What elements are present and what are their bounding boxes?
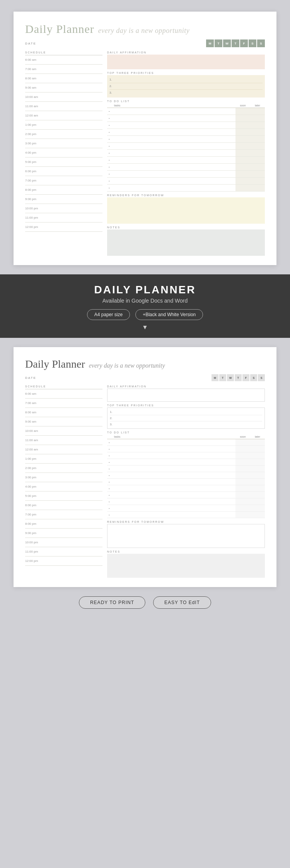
- priorities-section-2: TOP THREE PRIORITIES 1. 2. 3.: [107, 404, 265, 429]
- todo-later[interactable]: [250, 150, 265, 157]
- banner-arrow: ▼: [142, 324, 148, 331]
- todo2-soon[interactable]: [235, 446, 250, 452]
- todo2-task[interactable]: [113, 472, 235, 479]
- todo2-soon[interactable]: [235, 485, 250, 492]
- todo-task[interactable]: [113, 171, 235, 178]
- todo2-later[interactable]: [250, 472, 265, 479]
- priority-2: 2.: [109, 83, 263, 90]
- todo-later[interactable]: [250, 164, 265, 171]
- todo2-later[interactable]: [250, 459, 265, 466]
- affirmation-box-1[interactable]: [107, 55, 265, 69]
- todo2-soon[interactable]: [235, 439, 250, 446]
- reminders-box-1[interactable]: [107, 197, 265, 224]
- todo2-task[interactable]: [113, 466, 235, 472]
- todo-task[interactable]: [113, 164, 235, 171]
- todo2-later[interactable]: [250, 452, 265, 459]
- priority-1: 1.: [109, 77, 263, 83]
- todo2-later[interactable]: [250, 446, 265, 452]
- todo2-soon[interactable]: [235, 505, 250, 512]
- todo-task[interactable]: [113, 108, 235, 115]
- todo-soon[interactable]: [235, 178, 250, 185]
- todo-later[interactable]: [250, 143, 265, 150]
- todo-later[interactable]: [250, 171, 265, 178]
- todo2-soon[interactable]: [235, 512, 250, 518]
- todo-later[interactable]: [250, 157, 265, 164]
- todo2-task[interactable]: [113, 479, 235, 485]
- easy-to-edit-button[interactable]: EASY TO EdIT: [153, 596, 211, 609]
- todo-soon[interactable]: [235, 185, 250, 192]
- planner-header-2: Daily Planner every day is a new opportu…: [25, 358, 265, 370]
- time2-row-1: 6:00 am: [25, 389, 102, 399]
- todo-soon[interactable]: [235, 115, 250, 122]
- todo-task[interactable]: [113, 178, 235, 185]
- reminders-label-1: REMINDERS FOR TOMORROW: [107, 194, 265, 197]
- todo-task[interactable]: [113, 143, 235, 150]
- todo-task[interactable]: [113, 122, 235, 129]
- todo2-later[interactable]: [250, 512, 265, 518]
- todo-task[interactable]: [113, 136, 235, 143]
- time-row-10: 3:00 pm: [25, 139, 102, 148]
- todo2-soon[interactable]: [235, 452, 250, 459]
- todo-soon[interactable]: [235, 108, 250, 115]
- badge-bw[interactable]: +Black and White Version: [135, 309, 203, 320]
- bottom-buttons: READY TO PRINT EASY TO EdIT: [79, 596, 211, 609]
- todo-later[interactable]: [250, 129, 265, 136]
- todo2-later[interactable]: [250, 505, 265, 512]
- todo2-soon[interactable]: [235, 459, 250, 466]
- todo-later[interactable]: [250, 136, 265, 143]
- todo2-task[interactable]: [113, 512, 235, 518]
- todo2-task[interactable]: [113, 498, 235, 505]
- todo-soon[interactable]: [235, 150, 250, 157]
- todo-soon[interactable]: [235, 157, 250, 164]
- todo2-task[interactable]: [113, 485, 235, 492]
- todo-soon[interactable]: [235, 171, 250, 178]
- time-row-12: 5:00 pm: [25, 158, 102, 167]
- badge-a4[interactable]: A4 paper size: [87, 309, 130, 320]
- priorities-box-2[interactable]: 1. 2. 3.: [107, 407, 265, 429]
- todo-later[interactable]: [250, 122, 265, 129]
- todo2-task[interactable]: [113, 452, 235, 459]
- priorities-box-1[interactable]: 1. 2. 3.: [107, 75, 265, 98]
- todo2-soon[interactable]: [235, 472, 250, 479]
- todo2-task[interactable]: [113, 492, 235, 498]
- todo-task[interactable]: [113, 129, 235, 136]
- todo2-task[interactable]: [113, 459, 235, 466]
- todo-bullet: •: [107, 129, 113, 136]
- todo-later[interactable]: [250, 178, 265, 185]
- notes-box-2[interactable]: [107, 554, 265, 578]
- affirmation-box-2[interactable]: [107, 389, 265, 402]
- todo-task[interactable]: [113, 150, 235, 157]
- reminders-box-2[interactable]: [107, 524, 265, 548]
- todo-soon[interactable]: [235, 136, 250, 143]
- todo2-later[interactable]: [250, 485, 265, 492]
- todo2-later[interactable]: [250, 479, 265, 485]
- todo2-soon[interactable]: [235, 479, 250, 485]
- todo2-task[interactable]: [113, 439, 235, 446]
- todo-soon[interactable]: [235, 122, 250, 129]
- date-label-2: DATE: [25, 376, 36, 380]
- todo-task[interactable]: [113, 157, 235, 164]
- time-row-15: 8:00 pm: [25, 185, 102, 195]
- todo-later[interactable]: [250, 185, 265, 192]
- todo-task[interactable]: [113, 185, 235, 192]
- todo2-task[interactable]: [113, 505, 235, 512]
- ready-to-print-button[interactable]: READY TO PRINT: [79, 596, 145, 609]
- todo2-bullet: •: [107, 439, 113, 446]
- todo2-later[interactable]: [250, 439, 265, 446]
- todo-soon[interactable]: [235, 164, 250, 171]
- todo2-task[interactable]: [113, 446, 235, 452]
- todo2-soon[interactable]: [235, 466, 250, 472]
- todo-later[interactable]: [250, 115, 265, 122]
- todo-later[interactable]: [250, 108, 265, 115]
- todo2-soon[interactable]: [235, 492, 250, 498]
- todo-soon[interactable]: [235, 143, 250, 150]
- todo-task[interactable]: [113, 115, 235, 122]
- time2-row-8: 1:00 pm: [25, 454, 102, 464]
- todo2-later[interactable]: [250, 466, 265, 472]
- todo-soon[interactable]: [235, 129, 250, 136]
- notes-box-1[interactable]: [107, 229, 265, 256]
- todo2-later[interactable]: [250, 498, 265, 505]
- banner-badges: A4 paper size +Black and White Version: [87, 309, 203, 320]
- todo2-later[interactable]: [250, 492, 265, 498]
- todo2-soon[interactable]: [235, 498, 250, 505]
